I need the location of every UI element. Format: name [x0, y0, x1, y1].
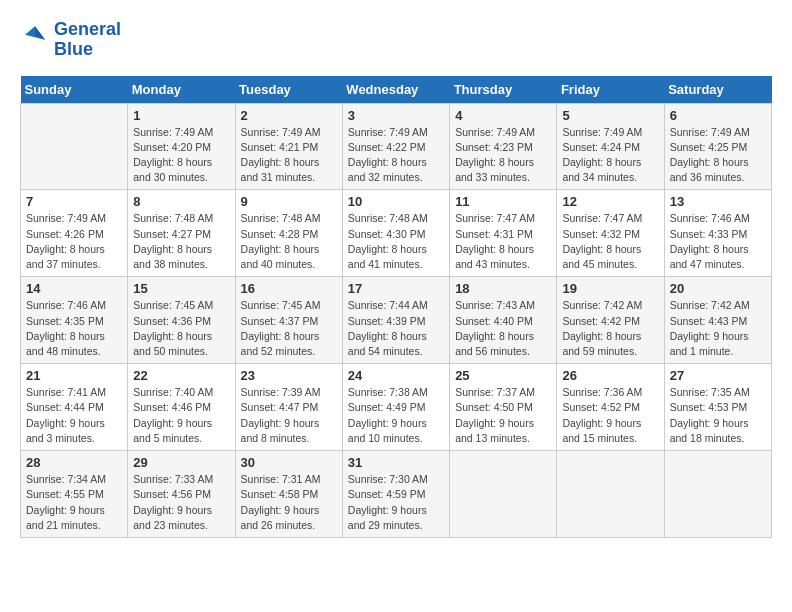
day-number: 21 [26, 368, 122, 383]
calendar-week-row: 1Sunrise: 7:49 AM Sunset: 4:20 PM Daylig… [21, 103, 772, 190]
day-info: Sunrise: 7:36 AM Sunset: 4:52 PM Dayligh… [562, 385, 658, 446]
calendar-cell: 9Sunrise: 7:48 AM Sunset: 4:28 PM Daylig… [235, 190, 342, 277]
day-number: 4 [455, 108, 551, 123]
calendar-cell: 21Sunrise: 7:41 AM Sunset: 4:44 PM Dayli… [21, 364, 128, 451]
calendar-cell: 24Sunrise: 7:38 AM Sunset: 4:49 PM Dayli… [342, 364, 449, 451]
calendar-cell: 22Sunrise: 7:40 AM Sunset: 4:46 PM Dayli… [128, 364, 235, 451]
day-info: Sunrise: 7:42 AM Sunset: 4:43 PM Dayligh… [670, 298, 766, 359]
day-number: 7 [26, 194, 122, 209]
calendar-cell: 17Sunrise: 7:44 AM Sunset: 4:39 PM Dayli… [342, 277, 449, 364]
calendar-cell: 4Sunrise: 7:49 AM Sunset: 4:23 PM Daylig… [450, 103, 557, 190]
calendar-week-row: 7Sunrise: 7:49 AM Sunset: 4:26 PM Daylig… [21, 190, 772, 277]
day-info: Sunrise: 7:48 AM Sunset: 4:27 PM Dayligh… [133, 211, 229, 272]
page-header: General Blue [20, 20, 772, 60]
day-number: 14 [26, 281, 122, 296]
calendar-cell: 20Sunrise: 7:42 AM Sunset: 4:43 PM Dayli… [664, 277, 771, 364]
day-number: 2 [241, 108, 337, 123]
day-number: 13 [670, 194, 766, 209]
calendar-week-row: 14Sunrise: 7:46 AM Sunset: 4:35 PM Dayli… [21, 277, 772, 364]
day-info: Sunrise: 7:48 AM Sunset: 4:30 PM Dayligh… [348, 211, 444, 272]
day-info: Sunrise: 7:49 AM Sunset: 4:26 PM Dayligh… [26, 211, 122, 272]
calendar-cell [21, 103, 128, 190]
day-info: Sunrise: 7:34 AM Sunset: 4:55 PM Dayligh… [26, 472, 122, 533]
calendar-cell: 11Sunrise: 7:47 AM Sunset: 4:31 PM Dayli… [450, 190, 557, 277]
day-info: Sunrise: 7:39 AM Sunset: 4:47 PM Dayligh… [241, 385, 337, 446]
weekday-header-friday: Friday [557, 76, 664, 104]
calendar-cell: 2Sunrise: 7:49 AM Sunset: 4:21 PM Daylig… [235, 103, 342, 190]
calendar-cell: 5Sunrise: 7:49 AM Sunset: 4:24 PM Daylig… [557, 103, 664, 190]
day-info: Sunrise: 7:49 AM Sunset: 4:25 PM Dayligh… [670, 125, 766, 186]
svg-marker-1 [35, 26, 45, 39]
day-info: Sunrise: 7:37 AM Sunset: 4:50 PM Dayligh… [455, 385, 551, 446]
day-info: Sunrise: 7:47 AM Sunset: 4:31 PM Dayligh… [455, 211, 551, 272]
day-info: Sunrise: 7:40 AM Sunset: 4:46 PM Dayligh… [133, 385, 229, 446]
calendar-cell: 28Sunrise: 7:34 AM Sunset: 4:55 PM Dayli… [21, 451, 128, 538]
day-number: 17 [348, 281, 444, 296]
day-number: 10 [348, 194, 444, 209]
calendar-cell [664, 451, 771, 538]
calendar-cell: 16Sunrise: 7:45 AM Sunset: 4:37 PM Dayli… [235, 277, 342, 364]
day-number: 31 [348, 455, 444, 470]
calendar-week-row: 28Sunrise: 7:34 AM Sunset: 4:55 PM Dayli… [21, 451, 772, 538]
calendar-cell: 13Sunrise: 7:46 AM Sunset: 4:33 PM Dayli… [664, 190, 771, 277]
calendar-cell: 18Sunrise: 7:43 AM Sunset: 4:40 PM Dayli… [450, 277, 557, 364]
calendar-cell: 19Sunrise: 7:42 AM Sunset: 4:42 PM Dayli… [557, 277, 664, 364]
day-number: 30 [241, 455, 337, 470]
day-number: 5 [562, 108, 658, 123]
calendar-cell: 6Sunrise: 7:49 AM Sunset: 4:25 PM Daylig… [664, 103, 771, 190]
day-info: Sunrise: 7:45 AM Sunset: 4:37 PM Dayligh… [241, 298, 337, 359]
calendar-cell: 25Sunrise: 7:37 AM Sunset: 4:50 PM Dayli… [450, 364, 557, 451]
calendar-cell: 8Sunrise: 7:48 AM Sunset: 4:27 PM Daylig… [128, 190, 235, 277]
calendar-cell: 14Sunrise: 7:46 AM Sunset: 4:35 PM Dayli… [21, 277, 128, 364]
day-number: 24 [348, 368, 444, 383]
day-info: Sunrise: 7:49 AM Sunset: 4:22 PM Dayligh… [348, 125, 444, 186]
day-info: Sunrise: 7:46 AM Sunset: 4:33 PM Dayligh… [670, 211, 766, 272]
day-info: Sunrise: 7:49 AM Sunset: 4:20 PM Dayligh… [133, 125, 229, 186]
day-info: Sunrise: 7:49 AM Sunset: 4:21 PM Dayligh… [241, 125, 337, 186]
calendar-cell: 10Sunrise: 7:48 AM Sunset: 4:30 PM Dayli… [342, 190, 449, 277]
weekday-header-saturday: Saturday [664, 76, 771, 104]
day-number: 23 [241, 368, 337, 383]
day-info: Sunrise: 7:45 AM Sunset: 4:36 PM Dayligh… [133, 298, 229, 359]
day-number: 11 [455, 194, 551, 209]
weekday-header-wednesday: Wednesday [342, 76, 449, 104]
weekday-header-row: SundayMondayTuesdayWednesdayThursdayFrid… [21, 76, 772, 104]
day-info: Sunrise: 7:38 AM Sunset: 4:49 PM Dayligh… [348, 385, 444, 446]
calendar-cell: 3Sunrise: 7:49 AM Sunset: 4:22 PM Daylig… [342, 103, 449, 190]
day-number: 16 [241, 281, 337, 296]
day-info: Sunrise: 7:41 AM Sunset: 4:44 PM Dayligh… [26, 385, 122, 446]
day-number: 12 [562, 194, 658, 209]
day-info: Sunrise: 7:47 AM Sunset: 4:32 PM Dayligh… [562, 211, 658, 272]
day-number: 26 [562, 368, 658, 383]
calendar-week-row: 21Sunrise: 7:41 AM Sunset: 4:44 PM Dayli… [21, 364, 772, 451]
day-info: Sunrise: 7:43 AM Sunset: 4:40 PM Dayligh… [455, 298, 551, 359]
day-info: Sunrise: 7:35 AM Sunset: 4:53 PM Dayligh… [670, 385, 766, 446]
weekday-header-monday: Monday [128, 76, 235, 104]
day-number: 15 [133, 281, 229, 296]
calendar-cell: 1Sunrise: 7:49 AM Sunset: 4:20 PM Daylig… [128, 103, 235, 190]
day-info: Sunrise: 7:33 AM Sunset: 4:56 PM Dayligh… [133, 472, 229, 533]
day-info: Sunrise: 7:31 AM Sunset: 4:58 PM Dayligh… [241, 472, 337, 533]
day-info: Sunrise: 7:48 AM Sunset: 4:28 PM Dayligh… [241, 211, 337, 272]
day-number: 18 [455, 281, 551, 296]
calendar-cell: 15Sunrise: 7:45 AM Sunset: 4:36 PM Dayli… [128, 277, 235, 364]
calendar-cell: 30Sunrise: 7:31 AM Sunset: 4:58 PM Dayli… [235, 451, 342, 538]
day-info: Sunrise: 7:49 AM Sunset: 4:24 PM Dayligh… [562, 125, 658, 186]
calendar-cell: 23Sunrise: 7:39 AM Sunset: 4:47 PM Dayli… [235, 364, 342, 451]
day-number: 29 [133, 455, 229, 470]
calendar-cell: 7Sunrise: 7:49 AM Sunset: 4:26 PM Daylig… [21, 190, 128, 277]
day-info: Sunrise: 7:30 AM Sunset: 4:59 PM Dayligh… [348, 472, 444, 533]
day-number: 8 [133, 194, 229, 209]
weekday-header-sunday: Sunday [21, 76, 128, 104]
day-number: 25 [455, 368, 551, 383]
calendar-cell: 12Sunrise: 7:47 AM Sunset: 4:32 PM Dayli… [557, 190, 664, 277]
day-number: 20 [670, 281, 766, 296]
calendar-table: SundayMondayTuesdayWednesdayThursdayFrid… [20, 76, 772, 538]
calendar-cell: 29Sunrise: 7:33 AM Sunset: 4:56 PM Dayli… [128, 451, 235, 538]
day-number: 27 [670, 368, 766, 383]
day-number: 22 [133, 368, 229, 383]
day-number: 19 [562, 281, 658, 296]
day-number: 9 [241, 194, 337, 209]
day-info: Sunrise: 7:49 AM Sunset: 4:23 PM Dayligh… [455, 125, 551, 186]
day-info: Sunrise: 7:44 AM Sunset: 4:39 PM Dayligh… [348, 298, 444, 359]
